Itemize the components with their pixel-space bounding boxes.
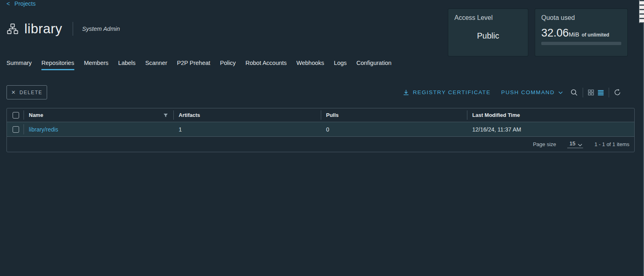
table-header-row: Name Artifacts Pulls Last Modified Time — [7, 108, 634, 122]
pagination-range-text: 1 - 1 of 1 items — [594, 141, 629, 147]
close-icon: ✕ — [11, 89, 17, 95]
tab-logs[interactable]: Logs — [334, 60, 346, 70]
column-header-pulls[interactable]: Pulls — [321, 108, 467, 122]
chevron-down-icon — [578, 144, 582, 147]
summary-cards: Access Level Public Quota used 32.06 MiB… — [448, 9, 628, 56]
quota-unit: MiB — [569, 31, 579, 38]
repo-link[interactable]: library/redis — [29, 126, 58, 133]
quota-label: Quota used — [541, 14, 621, 22]
breadcrumb-projects-link[interactable]: Projects — [14, 0, 35, 7]
row-checkbox-cell — [7, 122, 24, 136]
push-command-button[interactable]: PUSH COMMAND — [501, 89, 563, 95]
table-row[interactable]: library/redis 1 0 12/16/24, 11:37 AM — [7, 122, 634, 137]
tab-repositories[interactable]: Repositories — [41, 60, 74, 70]
quota-value: 32.06 — [541, 27, 569, 39]
tab-webhooks[interactable]: Webhooks — [296, 60, 324, 70]
project-tabs: Summary Repositories Members Labels Scan… — [6, 60, 391, 70]
tab-p2p-preheat[interactable]: P2P Preheat — [177, 60, 210, 70]
header-checkbox-cell — [7, 108, 24, 122]
chevron-down-icon — [558, 91, 563, 94]
card-view-icon[interactable] — [587, 89, 595, 96]
tab-members[interactable]: Members — [84, 60, 108, 70]
org-chart-icon — [6, 23, 19, 35]
column-header-artifacts[interactable]: Artifacts — [174, 108, 321, 122]
artifacts-cell: 1 — [174, 122, 321, 136]
quota-card: Quota used 32.06 MiB of unlimited — [535, 9, 628, 56]
back-arrow-icon: < — [6, 0, 10, 7]
access-level-label: Access Level — [454, 14, 522, 22]
quota-progress-bar — [541, 42, 621, 45]
tab-policy[interactable]: Policy — [220, 60, 236, 70]
download-icon — [403, 89, 409, 96]
page-size-label: Page size — [533, 141, 556, 147]
delete-button[interactable]: ✕ DELETE — [6, 85, 47, 99]
search-icon[interactable] — [569, 88, 579, 97]
delete-button-label: DELETE — [19, 90, 42, 95]
list-view-icon[interactable] — [596, 89, 605, 96]
tab-configuration[interactable]: Configuration — [357, 60, 391, 70]
toolbar-divider — [609, 88, 609, 97]
refresh-icon[interactable] — [613, 88, 622, 96]
access-level-card: Access Level Public — [448, 9, 528, 56]
column-header-name[interactable]: Name — [24, 108, 174, 122]
quota-limit-text: of unlimited — [581, 32, 609, 38]
last-modified-cell: 12/16/24, 11:37 AM — [467, 122, 634, 136]
tab-scanner[interactable]: Scanner — [145, 60, 167, 70]
row-checkbox[interactable] — [13, 126, 19, 133]
title-divider — [73, 22, 73, 36]
column-header-last-modified[interactable]: Last Modified Time — [467, 108, 634, 122]
registry-certificate-button[interactable]: REGISTRY CERTIFICATE — [403, 89, 491, 96]
filter-icon[interactable] — [163, 113, 168, 118]
select-all-checkbox[interactable] — [13, 112, 19, 119]
toolbar-divider — [583, 88, 583, 97]
page-title: library — [24, 21, 62, 37]
tab-summary[interactable]: Summary — [6, 60, 32, 70]
breadcrumb[interactable]: < Projects — [6, 0, 36, 7]
repository-toolbar: REGISTRY CERTIFICATE PUSH COMMAND — [403, 85, 622, 99]
project-title-row: library System Admin — [6, 21, 120, 37]
view-toggle — [587, 89, 605, 96]
page-size-value: 15 — [570, 140, 575, 147]
tab-labels[interactable]: Labels — [118, 60, 136, 70]
pulls-cell: 0 — [321, 122, 467, 136]
tab-robot-accounts[interactable]: Robot Accounts — [245, 60, 287, 70]
table-footer: Page size 15 1 - 1 of 1 items — [7, 137, 634, 152]
page-size-select[interactable]: 15 — [567, 140, 583, 148]
repo-name-cell: library/redis — [24, 122, 174, 136]
scrollbar-thumb[interactable] — [639, 0, 644, 23]
role-label: System Admin — [82, 26, 120, 32]
access-level-value: Public — [454, 31, 522, 41]
repositories-table: Name Artifacts Pulls Last Modified Time … — [6, 108, 635, 152]
